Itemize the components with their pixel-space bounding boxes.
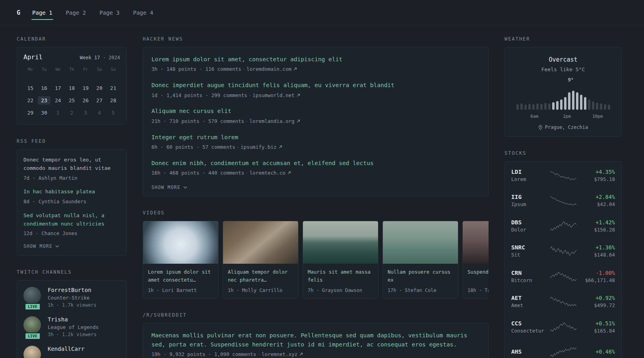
twitch-channel-item[interactable]: LIVE Trisha League of Legends 3h · 1.2k … (23, 316, 120, 337)
rss-show-more-button[interactable]: SHOW MORE (23, 243, 59, 249)
stock-price: $66,171.48 (577, 277, 615, 283)
hn-item: Donec enim nibh, condimentum et accumsan… (151, 159, 480, 177)
page-tab[interactable]: Page 3 (99, 0, 120, 25)
video-card[interactable]: Nullam posuere cursus ex 17h · Stefan Co… (382, 221, 458, 299)
right-column: WEATHER Overcast Feels like 5°C 9° (504, 36, 622, 358)
hn-item-title[interactable]: Integer eget rutrum lorem (151, 133, 480, 142)
stock-row[interactable]: CRN Bitcorn -1.00% $66,171.48 (511, 264, 615, 289)
stock-row[interactable]: CCS Consectetur +0.51% $165.84 (511, 314, 615, 340)
weather-hour-bar (580, 95, 582, 110)
hn-item-title[interactable]: Lorem ipsum dolor sit amet, consectetur … (151, 55, 480, 64)
app-logo: G (17, 9, 20, 16)
stock-identity: SNRC Sit (511, 244, 549, 258)
stock-values: +0.51% $165.84 (577, 320, 615, 334)
stock-price: $42.04 (577, 201, 615, 207)
video-card-body: Lorem ipsum dolor sit amet consectetu… 1… (143, 264, 218, 298)
hackernews-list: Lorem ipsum dolor sit amet, consectetur … (151, 55, 480, 177)
video-thumbnail (463, 221, 489, 264)
calendar-day-number: 22 (24, 96, 37, 105)
hn-item-domain[interactable]: ipsumify.biz (241, 144, 276, 150)
rss-show-more-label: SHOW MORE (23, 243, 52, 249)
rss-item-title[interactable]: In hac habitasse platea (23, 188, 120, 196)
twitch-channel-item[interactable]: KendallCarr (23, 346, 120, 358)
stock-row[interactable]: LDI Lorem +4.35% $795.18 (511, 163, 615, 188)
twitch-widget-title: TWITCH CHANNELS (17, 269, 127, 275)
weather-hour-bar (588, 99, 590, 110)
external-link-icon (287, 170, 291, 176)
video-card[interactable]: Mauris sit amet massa felis 7h · Grayson… (303, 221, 378, 299)
rss-item-title[interactable]: Sed volutpat nulla nisl, a condimentum n… (23, 212, 120, 228)
hn-item-domain[interactable]: loremdomain.com (246, 66, 291, 72)
calendar-day: 2 (65, 107, 79, 119)
hn-item-title[interactable]: Donec enim nibh, condimentum et accumsan… (151, 159, 480, 167)
video-title[interactable]: Suspendisse diam (467, 268, 489, 284)
rss-list: Donec tempor eros leo, ut commodo mauris… (23, 156, 120, 237)
stocks-widget-title: STOCKS (504, 150, 622, 156)
page-tab[interactable]: Page 4 (132, 0, 154, 25)
hn-item-stats: 3h · 148 points · 116 comments (151, 66, 241, 72)
hn-item-domain[interactable]: loremlandia.org (250, 118, 295, 124)
calendar-day: 28 (106, 94, 120, 107)
stock-row[interactable]: SNRC Sit +1.36% $148.64 (511, 239, 615, 264)
hn-item: Aliquam nec cursus elit 21h · 710 points… (151, 107, 480, 125)
video-title[interactable]: Aliquam tempor dolor nec pharetra… (228, 268, 293, 284)
weather-hour-bar (532, 104, 535, 110)
hn-item-domain[interactable]: ipsumworld.net (252, 92, 294, 98)
calendar-weekday-row: Mo Tu We Th Fr Sa Su (23, 67, 120, 76)
hn-item-meta: 6h · 60 points · 57 comments·ipsumify.bi… (151, 144, 480, 151)
stock-change: +0.46% (577, 348, 615, 355)
stock-sparkline (549, 322, 577, 332)
stock-row[interactable]: AHS +0.46% (511, 340, 615, 358)
stock-identity: CRN Bitcorn (511, 270, 549, 283)
video-title[interactable]: Lorem ipsum dolor sit amet consectetu… (148, 268, 213, 284)
subreddit-post-title[interactable]: Maecenas mollis pulvinar erat non posuer… (151, 331, 480, 349)
calendar-day: 18 (65, 82, 79, 94)
weather-time-label: 2pm (563, 114, 571, 119)
stock-symbol: LDI (511, 169, 549, 175)
weather-hour-bar (516, 104, 519, 110)
separator-dot: · (242, 66, 246, 72)
stock-symbol: DBS (511, 219, 549, 226)
video-card[interactable]: Aliquam tempor dolor nec pharetra… 1h · … (223, 221, 299, 299)
calendar-day: 25 (65, 94, 79, 107)
subreddit-post-domain[interactable]: loremnet.xyz (262, 351, 297, 357)
hn-show-more-label: SHOW MORE (151, 185, 180, 190)
video-card-body: Aliquam tempor dolor nec pharetra… 1h · … (223, 264, 298, 298)
calendar-day: 3 (79, 107, 93, 119)
calendar-day-number: 21 (107, 84, 120, 92)
hn-item-meta: 21h · 710 points · 579 comments·loremlan… (151, 118, 480, 125)
weather-location[interactable]: Prague, Czechia (512, 125, 614, 130)
subreddit-post: Maecenas mollis pulvinar erat non posuer… (151, 331, 480, 358)
stock-name: Lorem (511, 176, 549, 182)
page-tab[interactable]: Page 2 (65, 0, 87, 25)
rss-item: Sed volutpat nulla nisl, a condimentum n… (23, 212, 120, 237)
rss-item-title[interactable]: Donec tempor eros leo, ut commodo mauris… (23, 156, 120, 173)
subreddit-post-meta: 19h · 9,932 points · 1,090 comments·lore… (151, 351, 480, 358)
twitch-channel-info: ForrestBurton Counter-Strike 1h · 1.7k v… (48, 287, 97, 308)
stock-price: $165.84 (577, 328, 615, 334)
calendar-year: · 2024 (103, 55, 120, 60)
stock-row[interactable]: DBS Dolor +1.42% $156.28 (511, 213, 615, 239)
sparkline-chart (550, 195, 576, 206)
video-card[interactable]: Suspendisse diam 18h · Tara (462, 221, 489, 299)
twitch-channel-name: ForrestBurton (48, 287, 97, 293)
calendar-day: 15 (23, 82, 37, 94)
hn-item-title[interactable]: Donec imperdiet augue tincidunt felis al… (151, 81, 480, 90)
stock-row[interactable]: IIG Ipsum +2.84% $42.04 (511, 188, 615, 214)
calendar-day-number: 17 (52, 84, 64, 92)
external-link-icon (299, 351, 303, 357)
calendar-day-number: 23 (38, 96, 50, 105)
video-title[interactable]: Nullam posuere cursus ex (388, 268, 453, 284)
hn-show-more-button[interactable]: SHOW MORE (151, 185, 187, 190)
page-tab[interactable]: Page 1 (31, 0, 53, 25)
stock-change: -1.00% (577, 270, 615, 276)
hn-item-title[interactable]: Aliquam nec cursus elit (151, 107, 480, 115)
video-title[interactable]: Mauris sit amet massa felis (308, 268, 373, 284)
hn-item-domain[interactable]: loremtech.co (250, 170, 285, 176)
separator-dot: · (245, 170, 248, 176)
rss-card: Donec tempor eros leo, ut commodo mauris… (17, 149, 127, 256)
calendar-day: 27 (93, 94, 107, 107)
video-card[interactable]: Lorem ipsum dolor sit amet consectetu… 1… (143, 221, 219, 299)
stock-row[interactable]: AET Amet +0.92% $499.72 (511, 289, 615, 315)
twitch-channel-item[interactable]: LIVE ForrestBurton Counter-Strike 1h · 1… (23, 287, 120, 308)
